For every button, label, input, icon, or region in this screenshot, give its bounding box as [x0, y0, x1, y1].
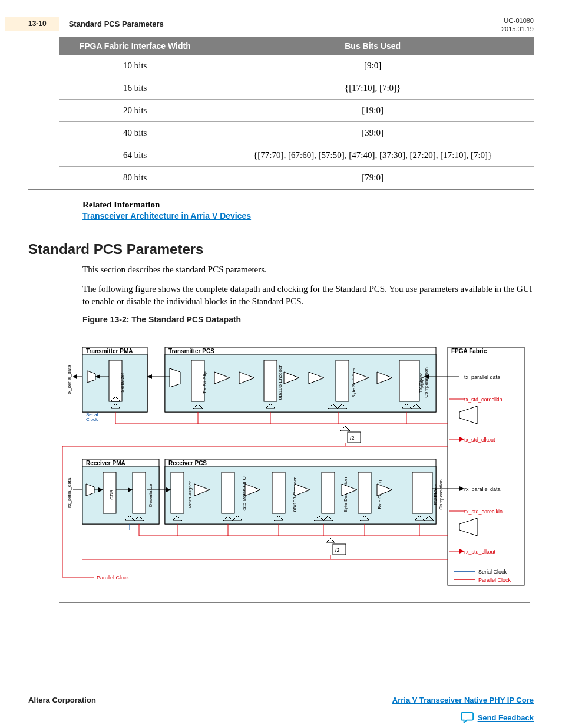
- table-cell: {[77:70], [67:60], [57:50], [47:40], [37…: [211, 144, 534, 166]
- div2-label: /2: [350, 435, 355, 441]
- tx-parallel-data-label: tx_parallel data: [464, 374, 500, 380]
- tx-pma-label: Transmitter PMA: [86, 348, 133, 354]
- tx-std-clkout-label: tx_std_clkout: [464, 437, 495, 443]
- svg-marker-96: [326, 538, 335, 543]
- figure-caption: Figure 13-2: The Standard PCS Datapath: [28, 315, 534, 324]
- section-heading: Standard PCS Parameters: [28, 241, 534, 258]
- table-row: 40 bits[39:0]: [59, 121, 534, 144]
- doc-id: UG-01080: [501, 17, 534, 25]
- legend-serial: Serial Clock: [478, 569, 507, 575]
- svg-text:FIFO: FIFO: [433, 489, 438, 499]
- table-cell: [39:0]: [211, 121, 534, 144]
- rx-pma-label: Receiver PMA: [86, 460, 125, 466]
- svg-text:/2: /2: [335, 547, 340, 553]
- svg-rect-72: [272, 472, 285, 513]
- paragraph: The following figure shows the complete …: [28, 283, 534, 308]
- feedback-icon: [461, 711, 474, 723]
- rx-std-clkout-label: rx_std_clkout: [464, 549, 496, 555]
- page-header: 13-10 Standard PCS Parameters UG-01080 2…: [28, 17, 534, 34]
- table-header: FPGA Fabric Interface Width: [59, 37, 211, 55]
- svg-rect-68: [222, 472, 234, 513]
- svg-rect-26: [399, 360, 419, 401]
- footer-doc-link[interactable]: Arria V Transceiver Native PHY IP Core: [392, 696, 534, 704]
- page-number-tag: 13-10: [5, 17, 59, 31]
- fpga-fabric-label: FPGA Fabric: [451, 348, 487, 354]
- svg-text:Clock: Clock: [86, 417, 98, 422]
- rx-pcs-label: Receiver PCS: [168, 460, 207, 466]
- table-row: 80 bits[79:0]: [59, 166, 534, 189]
- related-info-heading: Related Information: [82, 200, 534, 210]
- table-cell: [19:0]: [211, 99, 534, 121]
- table-cell: 16 bits: [59, 77, 211, 99]
- table-row: 16 bits{[17:10], [7:0]}: [59, 77, 534, 99]
- svg-marker-13: [170, 368, 180, 387]
- svg-text:Compensation: Compensation: [438, 479, 444, 510]
- svg-rect-58: [133, 472, 146, 513]
- related-information: Related Information Transceiver Architec…: [28, 200, 534, 221]
- table-cell: 40 bits: [59, 121, 211, 144]
- svg-rect-75: [322, 472, 335, 513]
- word-aligner-label: Word Aligner: [187, 480, 193, 508]
- table-cell: [79:0]: [211, 166, 534, 189]
- paragraph: This section describes the standard PCS …: [28, 263, 534, 276]
- tx-std-coreclkin-label: tx_std_coreclkin: [464, 397, 503, 403]
- footer-company: Altera Corporation: [28, 696, 96, 704]
- header-section-title: Standard PCS Parameters: [69, 17, 164, 28]
- serializer-label: Serializer: [120, 373, 125, 393]
- tx-bitslip-label: TX Bit Slip: [202, 371, 207, 393]
- cdr-label: CDR: [109, 489, 114, 500]
- feedback-label: Send Feedback: [478, 713, 534, 722]
- rx-std-coreclkin-label: rx_std_coreclkin: [464, 509, 503, 515]
- figure-rule: [28, 328, 534, 328]
- parallel-clock-bottom: Parallel Clock: [97, 575, 130, 581]
- table-header: Bus Bits Used: [211, 37, 534, 55]
- svg-rect-65: [171, 472, 184, 513]
- table-cell: 80 bits: [59, 166, 211, 189]
- doc-date: 2015.01.19: [501, 25, 534, 33]
- table-cell: 20 bits: [59, 99, 211, 121]
- table-row: 10 bits[9:0]: [59, 55, 534, 77]
- table-cell: {[17:10], [7:0]}: [211, 77, 534, 99]
- encoder-label: 8B/10B Encoder: [277, 365, 283, 400]
- svg-marker-3: [73, 374, 77, 379]
- rx-serial-data-label: rx_serial_data: [67, 477, 72, 508]
- svg-rect-17: [264, 360, 277, 401]
- svg-text:FIFO: FIFO: [420, 377, 425, 387]
- table-cell: 64 bits: [59, 144, 211, 166]
- send-feedback-link[interactable]: Send Feedback: [461, 711, 534, 723]
- svg-rect-64: [165, 466, 436, 524]
- datapath-diagram: Transmitter PMA tx_serial_data Serialize…: [59, 338, 530, 603]
- table-row: 20 bits[19:0]: [59, 99, 534, 121]
- svg-rect-82: [412, 472, 432, 513]
- svg-rect-79: [358, 472, 371, 513]
- table-row: 64 bits{[77:70], [67:60], [57:50], [47:4…: [59, 144, 534, 166]
- doc-meta: UG-01080 2015.01.19: [501, 17, 534, 34]
- legend-parallel: Parallel Clock: [478, 577, 511, 583]
- rx-parallel-data-label: rx_parallel data: [464, 486, 501, 492]
- table-cell: [9:0]: [211, 55, 534, 77]
- page-footer: Altera Corporation Arria V Transceiver N…: [28, 696, 534, 704]
- tx-pcs-label: Transmitter PCS: [168, 348, 214, 354]
- interface-width-table: FPGA Fabric Interface Width Bus Bits Use…: [28, 37, 534, 190]
- svg-rect-21: [336, 360, 349, 401]
- tx-serial-data-label: tx_serial_data: [67, 364, 72, 394]
- svg-marker-41: [340, 426, 350, 431]
- table-cell: 10 bits: [59, 55, 211, 77]
- deserializer-label: Deserializer: [148, 482, 153, 507]
- svg-marker-112: [147, 374, 152, 379]
- related-link[interactable]: Transceiver Architecture in Arria V Devi…: [82, 211, 251, 220]
